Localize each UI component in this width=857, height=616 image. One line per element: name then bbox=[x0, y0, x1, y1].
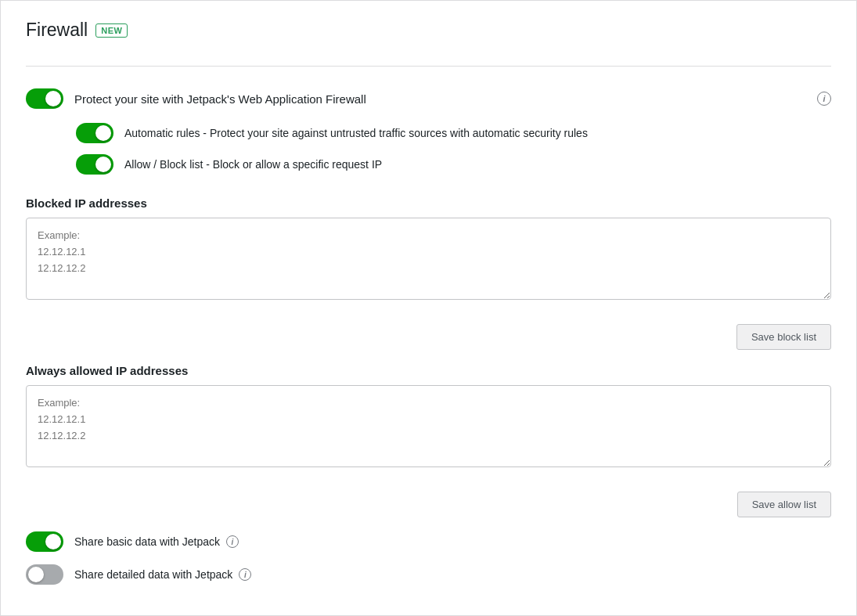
allowed-ip-label: Always allowed IP addresses bbox=[26, 364, 831, 377]
allow-block-list-slider bbox=[76, 154, 113, 175]
share-detailed-label: Share detailed data with Jetpack i bbox=[74, 568, 251, 581]
blocked-ip-save-row: Save block list bbox=[26, 324, 831, 350]
new-badge: NEW bbox=[95, 23, 128, 38]
automatic-rules-slider bbox=[76, 123, 113, 143]
blocked-ip-label: Blocked IP addresses bbox=[26, 196, 831, 210]
sub-option-allow-block-list: Allow / Block list - Block or allow a sp… bbox=[76, 154, 831, 175]
save-allow-list-button[interactable]: Save allow list bbox=[737, 492, 831, 517]
page-header: Firewall NEW bbox=[26, 20, 831, 44]
page-container: Firewall NEW Protect your site with Jetp… bbox=[0, 0, 857, 616]
share-detailed-slider bbox=[26, 564, 63, 585]
page-title: Firewall bbox=[26, 20, 88, 41]
bottom-toggles: Share basic data with Jetpack i Share de… bbox=[26, 531, 831, 585]
save-block-list-button[interactable]: Save block list bbox=[736, 324, 831, 350]
share-basic-toggle[interactable] bbox=[26, 531, 63, 552]
share-basic-row: Share basic data with Jetpack i bbox=[26, 531, 831, 552]
share-detailed-toggle[interactable] bbox=[26, 564, 63, 585]
allowed-ip-section: Always allowed IP addresses bbox=[26, 364, 831, 470]
header-divider bbox=[26, 66, 831, 67]
share-basic-label: Share basic data with Jetpack i bbox=[74, 535, 239, 548]
main-info-icon[interactable]: i bbox=[817, 92, 831, 106]
allowed-ip-save-row: Save allow list bbox=[26, 492, 831, 517]
blocked-ip-section: Blocked IP addresses bbox=[26, 196, 831, 302]
share-basic-slider bbox=[26, 531, 63, 552]
share-detailed-info-icon[interactable]: i bbox=[239, 568, 251, 581]
main-toggle-row: Protect your site with Jetpack's Web App… bbox=[26, 88, 831, 109]
main-toggle-label: Protect your site with Jetpack's Web App… bbox=[74, 92, 789, 106]
share-basic-info-icon[interactable]: i bbox=[226, 535, 239, 548]
info-icon-container: i bbox=[800, 92, 831, 106]
blocked-ip-textarea[interactable] bbox=[26, 218, 831, 300]
automatic-rules-label: Automatic rules - Protect your site agai… bbox=[124, 127, 588, 139]
share-detailed-row: Share detailed data with Jetpack i bbox=[26, 564, 831, 585]
allow-block-list-label: Allow / Block list - Block or allow a sp… bbox=[124, 158, 382, 171]
automatic-rules-toggle[interactable] bbox=[76, 123, 113, 143]
allowed-ip-textarea[interactable] bbox=[26, 385, 831, 467]
allow-block-list-toggle[interactable] bbox=[76, 154, 113, 175]
sub-option-automatic-rules: Automatic rules - Protect your site agai… bbox=[76, 123, 831, 143]
main-firewall-toggle[interactable] bbox=[26, 88, 63, 109]
main-firewall-toggle-slider bbox=[26, 88, 63, 109]
sub-options: Automatic rules - Protect your site agai… bbox=[76, 123, 831, 175]
